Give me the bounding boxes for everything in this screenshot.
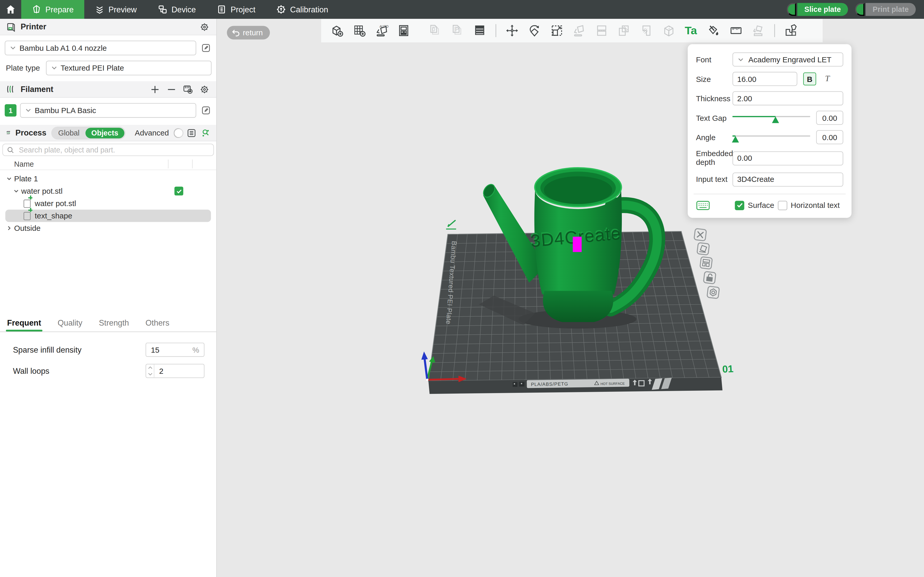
infill-label: Sparse infill density [13, 345, 145, 354]
input-text-field[interactable] [732, 172, 843, 187]
size-input[interactable] [732, 72, 797, 86]
text-gap-slider[interactable] [732, 113, 810, 122]
advanced-toggle[interactable] [173, 128, 182, 137]
color-paint-button[interactable] [704, 22, 724, 40]
tab-device[interactable]: Device [147, 0, 207, 19]
param-table-button[interactable] [187, 127, 197, 139]
name-column-header: Name [14, 160, 34, 168]
seam-button[interactable] [748, 22, 769, 40]
keyboard-icon[interactable] [696, 200, 710, 211]
tab-others[interactable]: Others [145, 319, 170, 332]
font-select[interactable]: Academy Engraved LET [732, 52, 843, 66]
delete-plate-button[interactable] [694, 229, 706, 241]
search-box[interactable] [2, 144, 214, 156]
split-parts-button[interactable] [614, 22, 634, 40]
check-icon [736, 203, 743, 208]
arrange-button[interactable] [394, 22, 414, 40]
filament-settings-button[interactable] [199, 83, 210, 95]
tree-row-object[interactable]: water pot.stl [0, 185, 216, 197]
text-gap-value[interactable]: 0.00 [816, 111, 843, 125]
param-search-button[interactable] [201, 127, 210, 139]
plate-type-select[interactable]: Textured PEI Plate [46, 61, 212, 75]
plus-icon [151, 85, 159, 93]
thickness-input[interactable] [732, 91, 843, 105]
scope-objects-button[interactable]: Objects [85, 127, 124, 138]
auto-orient-button[interactable]: AUTO [372, 22, 392, 40]
add-filament-button[interactable] [149, 83, 161, 95]
printer-edit-button[interactable] [200, 42, 212, 54]
rotate-button[interactable] [524, 22, 544, 40]
plate-edit-icon[interactable] [446, 220, 456, 229]
split-objects-button[interactable] [592, 22, 612, 40]
tab-preview[interactable]: Preview [84, 0, 147, 19]
move-button[interactable] [502, 22, 522, 40]
viewport-toolbar: AUTO 0 P Ta [321, 19, 823, 42]
tree-row-part1[interactable]: water pot.stl [0, 197, 216, 210]
object-visibility-checkbox[interactable] [174, 187, 183, 195]
text-tool-button[interactable]: Ta [681, 22, 701, 40]
embedded-depth-input[interactable] [732, 151, 843, 165]
scale-button[interactable] [547, 22, 567, 40]
topbar-actions: Slice plate Print plate [787, 0, 924, 19]
tab-prepare[interactable]: Prepare [21, 0, 84, 19]
remove-filament-button[interactable] [165, 83, 178, 95]
tab-project[interactable]: Project [207, 0, 266, 19]
tree-row-plate[interactable]: Plate 1 [0, 172, 216, 185]
print-plate-button[interactable]: Print plate [866, 3, 916, 16]
bold-button[interactable]: B [803, 73, 816, 85]
measure-button[interactable] [726, 22, 746, 40]
infill-input[interactable]: 15 % [146, 343, 205, 357]
filament-edit-button[interactable] [200, 105, 212, 116]
scope-global-button[interactable]: Global [52, 127, 85, 138]
flatten-button[interactable] [569, 22, 590, 40]
italic-button[interactable]: T [821, 73, 834, 85]
app-window: Prepare Preview Device Project Calibrati… [0, 0, 924, 577]
plate-settings-button[interactable] [707, 286, 719, 298]
spin-up-icon[interactable] [146, 364, 154, 371]
copy-button[interactable]: 0 [425, 22, 445, 40]
viewport-3d[interactable]: PLA/ABS/PETG HOT SURFACE Bambu Textured … [217, 19, 924, 577]
layers-button[interactable] [470, 22, 490, 40]
tab-frequent[interactable]: Frequent [7, 319, 41, 332]
tree-row-outside[interactable]: Outside [0, 222, 216, 234]
arrange-plate-button[interactable] [700, 257, 712, 269]
paste-button[interactable]: P [447, 22, 467, 40]
tree-label: Outside [14, 224, 40, 233]
slice-plate-button[interactable]: Slice plate [797, 3, 848, 16]
expander-closed-icon[interactable] [6, 225, 12, 231]
return-button[interactable]: return [227, 26, 270, 40]
expander-open-icon[interactable] [13, 188, 19, 194]
expander-open-icon[interactable] [6, 176, 12, 182]
tab-calibration[interactable]: Calibration [266, 0, 339, 19]
ams-sync-button[interactable] [182, 83, 194, 95]
angle-value[interactable]: 0.00 [816, 130, 843, 144]
assembly-button[interactable] [781, 22, 801, 40]
filament-slot-badge[interactable]: 1 [5, 104, 16, 117]
slice-options-button[interactable] [787, 3, 796, 16]
angle-slider[interactable] [732, 132, 810, 142]
search-input[interactable] [18, 145, 209, 155]
filament-section-title: Filament [21, 85, 53, 93]
spin-down-icon[interactable] [146, 371, 154, 377]
wall-spinner[interactable] [146, 364, 154, 377]
filament-preset-select[interactable]: Bambu PLA Basic [20, 103, 196, 118]
variable-layer-button[interactable] [636, 22, 657, 40]
orient-plate-button[interactable] [697, 243, 709, 255]
surface-checkbox[interactable] [735, 201, 744, 210]
add-model-button[interactable] [327, 22, 347, 40]
cut-button[interactable] [659, 22, 679, 40]
printer-settings-button[interactable] [199, 21, 210, 33]
tab-strength[interactable]: Strength [99, 319, 129, 332]
add-plate-button[interactable] [349, 22, 370, 40]
lock-plate-button[interactable] [703, 271, 716, 284]
horizontal-text-checkbox[interactable] [778, 201, 787, 210]
column-divider [168, 160, 168, 168]
auto-orient-icon: AUTO [375, 23, 389, 38]
tab-quality[interactable]: Quality [58, 319, 82, 332]
print-options-button[interactable] [855, 3, 864, 16]
home-button[interactable] [0, 0, 21, 19]
wall-input[interactable]: 2 [146, 364, 205, 378]
tree-row-part2-selected[interactable]: text_shape [5, 210, 211, 222]
thickness-label: Thickness [696, 94, 732, 103]
printer-preset-select[interactable]: Bambu Lab A1 0.4 nozzle [5, 41, 196, 55]
